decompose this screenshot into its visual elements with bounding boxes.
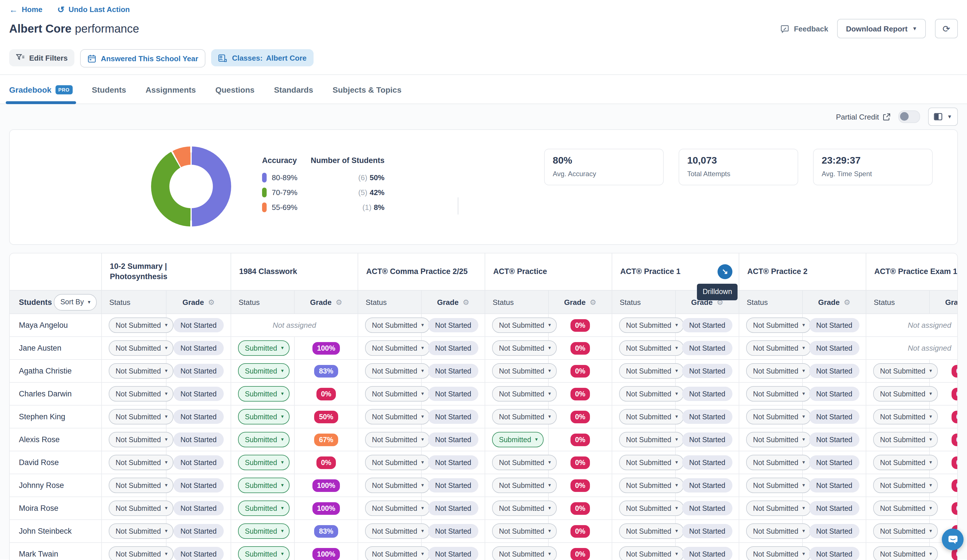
status-dropdown[interactable]: Not Submitted▾ xyxy=(746,340,811,356)
status-dropdown[interactable]: Not Submitted▾ xyxy=(492,455,557,470)
edit-filters-button[interactable]: Edit Filters xyxy=(9,49,74,66)
status-dropdown[interactable]: Not Submitted▾ xyxy=(746,501,811,516)
status-dropdown[interactable]: Not Submitted▾ xyxy=(746,363,811,379)
status-dropdown[interactable]: Not Submitted▾ xyxy=(365,409,430,425)
gear-icon[interactable]: ⚙ xyxy=(336,298,342,306)
status-dropdown[interactable]: Not Submitted▾ xyxy=(873,478,938,493)
status-dropdown[interactable]: Not Submitted▾ xyxy=(873,386,938,402)
status-dropdown-label: Not Submitted xyxy=(116,527,161,535)
tab-questions[interactable]: Questions xyxy=(215,75,255,104)
status-dropdown[interactable]: Submitted▾ xyxy=(492,432,544,447)
chat-widget-button[interactable] xyxy=(942,529,964,550)
download-report-button[interactable]: Download Report ▼ xyxy=(837,19,926,38)
status-dropdown[interactable]: Not Submitted▾ xyxy=(109,318,173,333)
gear-icon[interactable]: ⚙ xyxy=(844,298,850,306)
status-dropdown[interactable]: Not Submitted▾ xyxy=(109,340,173,356)
feedback-button[interactable]: Feedback xyxy=(781,24,828,33)
status-dropdown[interactable]: Not Submitted▾ xyxy=(492,478,557,493)
status-dropdown[interactable]: Not Submitted▾ xyxy=(619,501,684,516)
status-dropdown[interactable]: Not Submitted▾ xyxy=(109,546,173,560)
undo-last-action-link[interactable]: ↺ Undo Last Action xyxy=(57,5,130,14)
status-dropdown[interactable]: Not Submitted▾ xyxy=(619,478,684,493)
status-dropdown[interactable]: Not Submitted▾ xyxy=(492,363,557,379)
status-dropdown[interactable]: Submitted▾ xyxy=(238,432,290,447)
status-dropdown[interactable]: Not Submitted▾ xyxy=(365,455,430,470)
status-dropdown[interactable]: Not Submitted▾ xyxy=(619,432,684,447)
status-dropdown[interactable]: Not Submitted▾ xyxy=(746,546,811,560)
status-dropdown[interactable]: Not Submitted▾ xyxy=(365,501,430,516)
status-dropdown[interactable]: Not Submitted▾ xyxy=(746,409,811,425)
status-dropdown[interactable]: Not Submitted▾ xyxy=(365,340,430,356)
status-dropdown[interactable]: Not Submitted▾ xyxy=(492,524,557,539)
status-dropdown[interactable]: Submitted▾ xyxy=(238,409,290,425)
status-dropdown[interactable]: Not Submitted▾ xyxy=(109,455,173,470)
status-dropdown[interactable]: Not Submitted▾ xyxy=(365,432,430,447)
status-dropdown[interactable]: Not Submitted▾ xyxy=(619,318,684,333)
sort-by-button[interactable]: Sort By▾ xyxy=(54,294,97,310)
external-link-icon[interactable] xyxy=(883,113,890,120)
status-dropdown[interactable]: Not Submitted▾ xyxy=(109,432,173,447)
status-dropdown[interactable]: Not Submitted▾ xyxy=(873,409,938,425)
gear-icon[interactable]: ⚙ xyxy=(463,298,469,306)
status-dropdown[interactable]: Not Submitted▾ xyxy=(619,409,684,425)
classes-filter-chip[interactable]: Classes: Albert Core xyxy=(211,49,314,66)
partial-credit-toggle[interactable] xyxy=(898,110,920,123)
column-settings-button[interactable]: ▼ xyxy=(928,107,958,126)
status-dropdown[interactable]: Not Submitted▾ xyxy=(492,386,557,402)
answered-filter-chip[interactable]: Answered This School Year xyxy=(80,49,206,68)
refresh-button[interactable]: ⟳ xyxy=(935,19,958,38)
status-dropdown[interactable]: Not Submitted▾ xyxy=(365,318,430,333)
status-dropdown[interactable]: Not Submitted▾ xyxy=(619,340,684,356)
status-dropdown[interactable]: Not Submitted▾ xyxy=(873,432,938,447)
status-dropdown[interactable]: Not Submitted▾ xyxy=(619,546,684,560)
status-dropdown[interactable]: Not Submitted▾ xyxy=(492,340,557,356)
status-dropdown[interactable]: Not Submitted▾ xyxy=(873,455,938,470)
status-dropdown[interactable]: Not Submitted▾ xyxy=(365,546,430,560)
status-dropdown[interactable]: Not Submitted▾ xyxy=(109,363,173,379)
tab-standards[interactable]: Standards xyxy=(274,75,313,104)
status-dropdown[interactable]: Not Submitted▾ xyxy=(492,501,557,516)
status-dropdown[interactable]: Not Submitted▾ xyxy=(492,546,557,560)
gear-icon[interactable]: ⚙ xyxy=(208,298,215,306)
status-dropdown[interactable]: Not Submitted▾ xyxy=(619,524,684,539)
status-dropdown[interactable]: Not Submitted▾ xyxy=(109,409,173,425)
status-dropdown[interactable]: Not Submitted▾ xyxy=(873,363,938,379)
status-dropdown[interactable]: Not Submitted▾ xyxy=(492,409,557,425)
status-dropdown[interactable]: Not Submitted▾ xyxy=(746,318,811,333)
status-dropdown[interactable]: Not Submitted▾ xyxy=(492,318,557,333)
status-dropdown[interactable]: Not Submitted▾ xyxy=(746,478,811,493)
status-dropdown[interactable]: Not Submitted▾ xyxy=(619,386,684,402)
status-dropdown[interactable]: Submitted▾ xyxy=(238,340,290,356)
status-dropdown[interactable]: Not Submitted▾ xyxy=(109,524,173,539)
status-dropdown[interactable]: Submitted▾ xyxy=(238,501,290,516)
status-dropdown[interactable]: Submitted▾ xyxy=(238,524,290,539)
status-dropdown[interactable]: Submitted▾ xyxy=(238,455,290,470)
status-dropdown[interactable]: Not Submitted▾ xyxy=(746,432,811,447)
status-dropdown[interactable]: Not Submitted▾ xyxy=(746,524,811,539)
drilldown-button[interactable]: ↘ xyxy=(718,264,733,279)
status-dropdown[interactable]: Not Submitted▾ xyxy=(109,478,173,493)
tab-assignments[interactable]: Assignments xyxy=(145,75,196,104)
status-dropdown[interactable]: Not Submitted▾ xyxy=(873,524,938,539)
status-dropdown[interactable]: Not Submitted▾ xyxy=(746,455,811,470)
status-dropdown[interactable]: Submitted▾ xyxy=(238,363,290,379)
status-dropdown[interactable]: Not Submitted▾ xyxy=(365,524,430,539)
status-dropdown[interactable]: Not Submitted▾ xyxy=(746,386,811,402)
status-dropdown[interactable]: Not Submitted▾ xyxy=(619,363,684,379)
tab-students[interactable]: Students xyxy=(92,75,126,104)
status-dropdown[interactable]: Submitted▾ xyxy=(238,478,290,493)
status-dropdown[interactable]: Submitted▾ xyxy=(238,546,290,560)
status-dropdown[interactable]: Not Submitted▾ xyxy=(619,455,684,470)
status-dropdown[interactable]: Not Submitted▾ xyxy=(365,386,430,402)
status-dropdown[interactable]: Not Submitted▾ xyxy=(109,386,173,402)
status-dropdown[interactable]: Not Submitted▾ xyxy=(873,501,938,516)
status-dropdown[interactable]: Not Submitted▾ xyxy=(365,478,430,493)
status-dropdown[interactable]: Not Submitted▾ xyxy=(365,363,430,379)
gear-icon[interactable]: ⚙ xyxy=(590,298,596,306)
status-dropdown[interactable]: Submitted▾ xyxy=(238,386,290,402)
status-dropdown[interactable]: Not Submitted▾ xyxy=(109,501,173,516)
status-dropdown[interactable]: Not Submitted▾ xyxy=(873,546,938,560)
tab-subjects-topics[interactable]: Subjects & Topics xyxy=(333,75,402,104)
tab-gradebook[interactable]: GradebookPRO xyxy=(9,75,73,104)
home-link[interactable]: ← Home xyxy=(9,5,42,14)
